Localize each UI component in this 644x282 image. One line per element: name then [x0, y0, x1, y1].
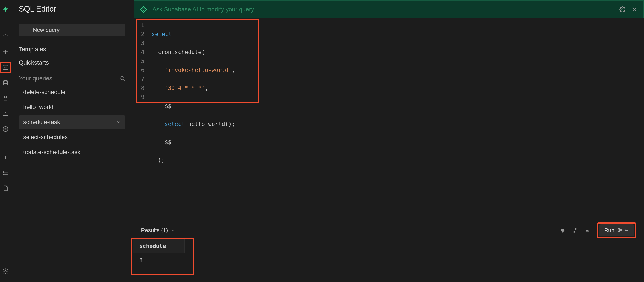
editor-gutter: 123456789	[134, 18, 148, 222]
plus-icon	[25, 28, 30, 32]
ai-diamond-icon	[140, 6, 147, 13]
results-tab[interactable]: Results (1)	[141, 227, 176, 234]
run-button[interactable]: Run ⌘ ↵	[599, 224, 634, 236]
svg-point-17	[3, 174, 4, 175]
editor-code[interactable]: select cron.schedule( 'invoke-hello-worl…	[148, 18, 235, 222]
ai-close-icon[interactable]	[631, 6, 637, 12]
query-item-label: delete-schedule	[23, 89, 66, 96]
query-item-label: hello_world	[23, 104, 54, 110]
api-docs-icon[interactable]	[0, 182, 11, 194]
reports-icon[interactable]	[0, 152, 11, 163]
svg-rect-6	[4, 98, 7, 100]
svg-point-18	[5, 270, 6, 272]
svg-line-28	[576, 228, 577, 230]
svg-point-7	[3, 127, 8, 132]
query-item-schedule-task[interactable]: schedule-task	[19, 115, 125, 129]
settings-icon[interactable]	[0, 266, 11, 277]
page-title: SQL Editor	[11, 0, 133, 18]
templates-link[interactable]: Templates	[19, 43, 125, 55]
results-column-header[interactable]: schedule	[133, 239, 185, 253]
quickstarts-link[interactable]: Quickstarts	[19, 56, 125, 68]
results-toolbar: Results (1) Run ⌘ ↵	[133, 222, 644, 239]
auth-icon[interactable]	[0, 92, 11, 104]
svg-point-16	[3, 172, 4, 173]
query-item-delete-schedule[interactable]: delete-schedule	[19, 85, 125, 99]
results-table[interactable]: schedule 8	[133, 239, 644, 268]
database-icon[interactable]	[0, 77, 11, 88]
svg-point-15	[3, 171, 4, 172]
collapse-icon[interactable]	[572, 228, 578, 233]
sidebar: SQL Editor New query Templates Quickstar…	[11, 0, 133, 282]
query-item-hello-world[interactable]: hello_world	[19, 100, 125, 114]
chevron-down-icon	[171, 228, 176, 233]
search-queries-icon[interactable]	[120, 76, 125, 81]
main: Ask Supabase AI to modify your query 123…	[133, 0, 644, 282]
supabase-logo-icon[interactable]	[0, 4, 11, 14]
nav-rail	[0, 0, 11, 282]
query-item-label: update-schedule-task	[23, 149, 80, 156]
table-editor-icon[interactable]	[0, 46, 11, 58]
storage-icon[interactable]	[0, 108, 11, 119]
edge-functions-icon[interactable]	[0, 124, 11, 134]
query-item-label: schedule-task	[23, 119, 60, 126]
svg-rect-24	[142, 8, 145, 11]
query-item-label: select-schedules	[23, 134, 68, 140]
svg-rect-23	[140, 6, 146, 12]
svg-point-5	[4, 80, 8, 82]
results-label: Results (1)	[141, 227, 168, 234]
sql-editor[interactable]: 123456789 select cron.schedule( 'invoke-…	[134, 18, 644, 222]
svg-line-22	[124, 79, 124, 80]
new-query-button[interactable]: New query	[19, 24, 125, 36]
chevron-down-icon[interactable]	[116, 120, 121, 124]
ai-settings-icon[interactable]	[619, 6, 625, 12]
results-pane: schedule 8	[133, 239, 644, 276]
your-queries-label: Your queries	[19, 75, 52, 82]
svg-line-29	[573, 231, 574, 232]
logs-icon[interactable]	[0, 167, 11, 178]
query-item-update-schedule-task[interactable]: update-schedule-task	[19, 145, 125, 159]
run-label: Run	[604, 227, 614, 234]
favorite-icon[interactable]	[560, 228, 565, 233]
svg-point-8	[5, 128, 6, 130]
ai-prompt-placeholder: Ask Supabase AI to modify your query	[152, 6, 614, 13]
ai-prompt-bar[interactable]: Ask Supabase AI to modify your query	[134, 0, 644, 18]
svg-point-21	[120, 76, 124, 80]
annotation-box-run: Run ⌘ ↵	[597, 222, 636, 238]
new-query-label: New query	[33, 27, 60, 34]
query-item-select-schedules[interactable]: select-schedules	[19, 130, 125, 144]
home-icon[interactable]	[0, 31, 11, 42]
results-cell[interactable]: 8	[133, 253, 644, 268]
svg-point-25	[622, 9, 623, 10]
sql-editor-icon[interactable]	[0, 62, 11, 73]
format-icon[interactable]	[585, 228, 590, 233]
run-shortcut: ⌘ ↵	[618, 227, 629, 234]
